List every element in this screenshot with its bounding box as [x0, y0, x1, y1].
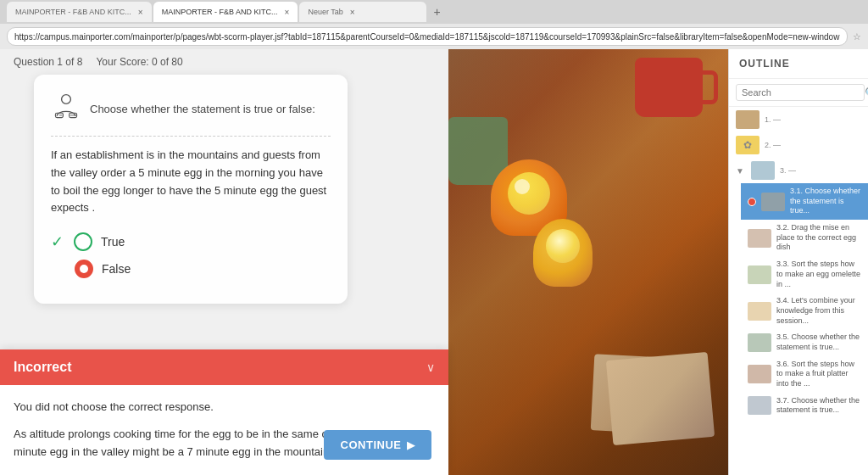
egg-cup-2	[533, 219, 593, 287]
egg-yolk-2	[546, 229, 580, 263]
true-false-icon	[51, 92, 81, 126]
outline-thumb-3-7	[748, 396, 771, 415]
radio-false[interactable]	[75, 260, 93, 278]
outline-thumb-3	[751, 161, 775, 180]
outline-item-3-3[interactable]: 3.3. Sort the steps how to make an egg o…	[741, 256, 868, 293]
outline-num-1: 1. —	[765, 115, 781, 124]
outline-item-3-3-label: 3.3. Sort the steps how to make an egg o…	[776, 260, 861, 289]
outline-item-3-2-label: 3.2. Drag the mise en place to the corre…	[776, 223, 861, 253]
feedback-line1: You did not choose the correct response.	[14, 399, 435, 416]
outline-thumb-2: ✿	[736, 136, 760, 154]
tab-1-close[interactable]: ×	[138, 8, 143, 17]
answer-true-label: True	[101, 235, 125, 249]
feedback-chevron-icon[interactable]: ∨	[426, 360, 435, 374]
question-card: Choose whether the statement is true or …	[34, 75, 348, 304]
outline-item-3-4-label: 3.4. Let's combine your knowledge from t…	[776, 296, 861, 326]
feedback-header: Incorrect ∨	[0, 349, 448, 385]
outline-thumb-3-2	[748, 229, 771, 248]
outline-thumb-3-5	[748, 333, 771, 352]
tab-3-label: Neuer Tab	[308, 8, 342, 16]
question-area: Question 1 of 8 Your Score: 0 of 80	[0, 49, 728, 475]
outline-search-input[interactable]	[736, 84, 865, 101]
outline-thumb-3-3	[748, 265, 771, 284]
radio-inner	[80, 265, 88, 273]
feedback-title: Incorrect	[14, 360, 71, 375]
outline-item-1[interactable]: 1. —	[729, 107, 868, 132]
answer-false-label: False	[102, 262, 131, 276]
outline-sidebar: OUTLINE 🔍 1. — ✿ 2. — ▼ 3. —	[728, 49, 868, 475]
outline-items: 1. — ✿ 2. — ▼ 3. — 3.1	[729, 107, 868, 475]
main-content: Question 1 of 8 Your Score: 0 of 80	[0, 49, 868, 475]
outline-search-button[interactable]: 🔍	[865, 87, 868, 99]
checkmark-icon: ✓	[51, 232, 64, 251]
tab-2[interactable]: MAINPORTER - F&B AND KITC... ×	[153, 2, 298, 22]
food-visual	[448, 49, 728, 475]
food-background	[448, 49, 728, 475]
outline-item-3-1-label: 3.1. Choose whether the statement is tru…	[790, 187, 861, 216]
outline-item-3-5-label: 3.5. Choose whether the statement is tru…	[776, 332, 861, 352]
answer-true[interactable]: ✓ True	[51, 232, 331, 251]
outline-num-2: 2. —	[765, 141, 781, 149]
toast-1	[606, 352, 715, 445]
outline-expand-icon[interactable]: ▼	[736, 166, 744, 176]
outline-item-2[interactable]: ✿ 2. —	[729, 132, 868, 158]
mug-red	[635, 58, 703, 117]
outline-thumb-3-6	[748, 365, 771, 383]
svg-point-0	[62, 95, 71, 104]
new-tab-button[interactable]: +	[428, 5, 445, 19]
outline-thumb-3-4	[748, 302, 771, 321]
outline-item-3-5[interactable]: 3.5. Choose whether the statement is tru…	[741, 329, 868, 355]
radio-true[interactable]	[74, 232, 92, 251]
outline-item-3-7-label: 3.7. Choose whether the statement is tru…	[776, 396, 861, 416]
outline-thumb-3-1	[761, 193, 785, 211]
outline-sub-items: 3.1. Choose whether the statement is tru…	[729, 183, 868, 419]
outline-item-3-4[interactable]: 3.4. Let's combine your knowledge from t…	[741, 293, 868, 329]
continue-button[interactable]: CONTINUE ▶	[324, 430, 431, 460]
question-header: Choose whether the statement is true or …	[51, 92, 331, 137]
question-instruction: Choose whether the statement is true or …	[90, 103, 315, 115]
answer-false[interactable]: False	[51, 260, 331, 278]
outline-title: OUTLINE	[729, 49, 868, 79]
outline-item-3-6-label: 3.6. Sort the steps how to make a fruit …	[776, 360, 861, 389]
outline-num-3: 3. —	[780, 166, 796, 175]
egg-highlight	[515, 179, 530, 194]
address-input[interactable]	[7, 27, 848, 46]
tab-bar: MAINPORTER - F&B AND KITC... × MAINPORTE…	[0, 0, 868, 24]
tab-2-label: MAINPORTER - F&B AND KITC...	[162, 8, 278, 16]
tab-1[interactable]: MAINPORTER - F&B AND KITC... ×	[7, 2, 152, 22]
browser-chrome: MAINPORTER - F&B AND KITC... × MAINPORTE…	[0, 0, 868, 49]
outline-search: 🔍	[729, 79, 868, 107]
outline-item-3[interactable]: ▼ 3. —	[729, 158, 868, 183]
continue-arrow-icon: ▶	[407, 439, 415, 451]
tab-1-label: MAINPORTER - F&B AND KITC...	[15, 8, 131, 16]
outline-thumb-1	[736, 110, 760, 129]
outline-item-3-7[interactable]: 3.7. Choose whether the statement is tru…	[741, 393, 868, 419]
address-bar: ☆	[0, 24, 868, 49]
continue-label: CONTINUE	[341, 439, 402, 451]
tab-2-close[interactable]: ×	[285, 8, 290, 17]
tab-3[interactable]: Neuer Tab ×	[299, 2, 426, 22]
question-number: Question 1 of 8	[14, 56, 82, 68]
question-score: Your Score: 0 of 80	[96, 56, 182, 68]
question-top-bar: Question 1 of 8 Your Score: 0 of 80	[0, 49, 448, 75]
egg-yolk	[508, 172, 550, 215]
tab-3-close[interactable]: ×	[350, 8, 355, 17]
outline-item-3-1[interactable]: 3.1. Choose whether the statement is tru…	[741, 183, 868, 220]
error-dot-icon	[748, 198, 756, 206]
outline-item-3-2[interactable]: 3.2. Drag the mise en place to the corre…	[741, 220, 868, 256]
outline-item-3-6[interactable]: 3.6. Sort the steps how to make a fruit …	[741, 356, 868, 393]
question-text: If an establishment is in the mountains …	[51, 147, 331, 217]
